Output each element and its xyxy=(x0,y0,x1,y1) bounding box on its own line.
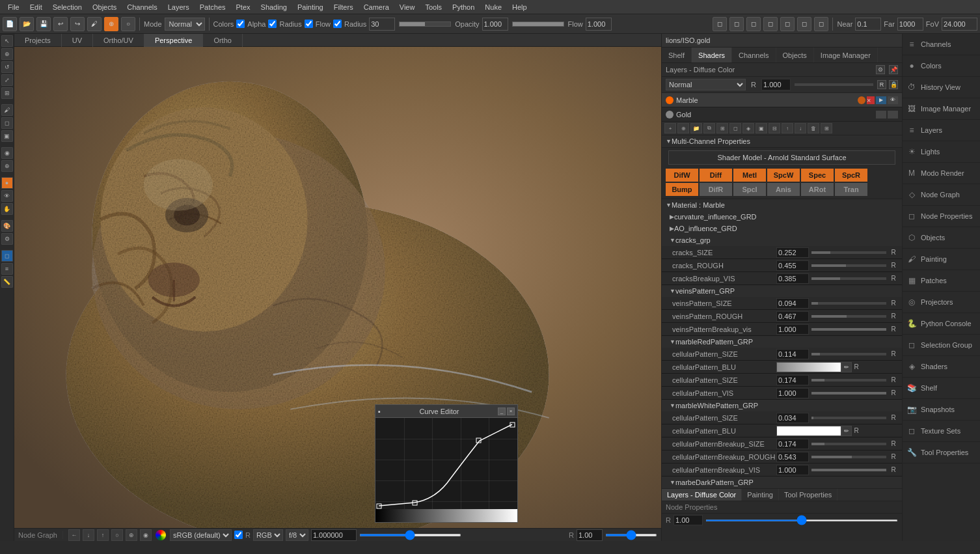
menu-view[interactable]: View xyxy=(394,2,420,12)
channel-bump[interactable]: Bump xyxy=(666,183,698,196)
ng-arrow-left[interactable]: ← xyxy=(68,529,80,541)
gold-icon1[interactable] xyxy=(876,111,886,118)
toolbar-circle[interactable]: ○ xyxy=(121,17,135,31)
ng-arrow-up[interactable]: ↑ xyxy=(97,529,109,541)
menu-help[interactable]: Help xyxy=(507,2,532,12)
ng-crosshair[interactable]: ⊕ xyxy=(126,529,137,541)
fr-node-props[interactable]: ◻ Node Properties xyxy=(903,206,980,227)
zoom-input[interactable] xyxy=(311,529,357,541)
tab-ortho-uv[interactable]: Ortho/UV xyxy=(93,34,144,47)
layer-gold[interactable]: Gold xyxy=(662,107,902,122)
menu-shading[interactable]: Shading xyxy=(256,2,292,12)
alpha-check[interactable] xyxy=(236,20,245,28)
fov-input[interactable] xyxy=(942,18,977,31)
node-r-input[interactable] xyxy=(674,515,703,525)
menu-layers[interactable]: Layers xyxy=(163,2,195,12)
cracks-size-slider[interactable] xyxy=(811,251,886,254)
toolbar-render4[interactable]: ◻ xyxy=(763,17,778,31)
fr-selection-group[interactable]: ◻ Selection Group xyxy=(903,335,980,356)
menu-channels[interactable]: Channels xyxy=(122,2,162,12)
lt-adjust[interactable]: ▣ xyxy=(755,123,767,133)
r-val-input[interactable] xyxy=(577,529,603,541)
blend-mode-select[interactable]: Normal xyxy=(666,79,746,90)
tool-active-paint[interactable]: ● xyxy=(1,177,13,189)
tool-view[interactable]: 👁 xyxy=(1,190,13,202)
radius-input[interactable] xyxy=(369,18,395,31)
r-btn[interactable]: R xyxy=(877,80,886,89)
curvature-header[interactable]: ▶ curvature_influence_GRD xyxy=(662,211,902,223)
mwht-size1-input[interactable] xyxy=(776,413,809,423)
marble-dark-header[interactable]: ▼ marbeDarkPattern_GRP xyxy=(662,477,902,488)
toolbar-save[interactable]: 💾 xyxy=(36,17,51,31)
cracks-size-input[interactable] xyxy=(776,247,809,258)
veins-breakup-slider[interactable] xyxy=(811,328,886,331)
tool-settings[interactable]: ⚙ xyxy=(1,233,13,245)
far-input[interactable] xyxy=(897,18,923,31)
lt-filter[interactable]: ⊟ xyxy=(769,123,780,133)
ng-arrow-down[interactable]: ↓ xyxy=(83,529,94,541)
menu-selection[interactable]: Selection xyxy=(48,2,87,12)
flow-check[interactable] xyxy=(305,20,313,28)
toolbar-redo[interactable]: ↪ xyxy=(70,17,85,31)
fr-snapshots[interactable]: 📷 Snapshots xyxy=(903,399,980,421)
lock-btn[interactable]: 🔒 xyxy=(889,80,898,89)
marble-white-header[interactable]: ▼ marbleWhitePattern_GRP xyxy=(662,400,902,411)
menu-filters[interactable]: Filters xyxy=(329,2,359,12)
channel-metl[interactable]: Metl xyxy=(733,169,766,182)
fr-image-manager[interactable]: 🖼 Image Manager xyxy=(903,98,980,120)
channel-spcr[interactable]: SpcR xyxy=(835,169,867,182)
mwht-bkp-rough-input[interactable] xyxy=(776,452,809,462)
ng-circle[interactable]: ○ xyxy=(111,529,123,541)
toolbar-render2[interactable]: ◻ xyxy=(729,17,744,31)
fr-python[interactable]: 🐍 Python Console xyxy=(903,313,980,335)
ng-target[interactable]: ◉ xyxy=(140,529,152,541)
fr-shaders[interactable]: ◈ Shaders xyxy=(903,356,980,378)
fr-lights[interactable]: ☀ Lights xyxy=(903,141,980,163)
mwht-bkp-size-input[interactable] xyxy=(776,439,809,449)
toolbar-render1[interactable]: ◻ xyxy=(713,17,727,31)
tool-select[interactable]: ↖ xyxy=(1,35,13,47)
mred-vis-slider[interactable] xyxy=(811,392,886,395)
menu-python[interactable]: Python xyxy=(447,2,480,12)
r-val-slider[interactable] xyxy=(605,534,657,536)
radius2-check[interactable] xyxy=(333,20,342,28)
marble-red-header[interactable]: ▼ marbleRedPattern_GRP xyxy=(662,336,902,348)
rp-tab-tool-props[interactable]: Tool Properties xyxy=(779,489,837,501)
veins-size-input[interactable] xyxy=(776,298,809,309)
gold-icon2[interactable] xyxy=(888,111,898,118)
tool-pan[interactable]: ✋ xyxy=(1,203,13,215)
fr-layers[interactable]: ≡ Layers xyxy=(903,120,980,141)
toolbar-render6[interactable]: ◻ xyxy=(797,17,811,31)
channel-arot[interactable]: ARot xyxy=(801,183,834,196)
tab-image-manager[interactable]: Image Manager xyxy=(814,48,878,62)
veins-rough-slider[interactable] xyxy=(811,315,886,318)
mode-select[interactable]: Normal xyxy=(165,18,205,31)
menu-camera[interactable]: Camera xyxy=(359,2,394,12)
tool-eraser[interactable]: ◻ xyxy=(1,117,13,129)
toolbar-undo[interactable]: ↩ xyxy=(53,17,68,31)
mred-size2-slider[interactable] xyxy=(811,379,886,381)
tool-align[interactable]: ≡ xyxy=(1,263,13,275)
lt-down[interactable]: ↓ xyxy=(795,123,806,133)
marble-delete[interactable]: × xyxy=(867,96,875,104)
fr-modo-render[interactable]: M Modo Render xyxy=(903,163,980,184)
lt-merge[interactable]: ⊞ xyxy=(716,123,728,133)
tool-move[interactable]: ⊕ xyxy=(1,48,13,60)
cracks-header[interactable]: ▼ cracks_grp xyxy=(662,234,902,246)
channel-difr[interactable]: DifR xyxy=(700,183,732,196)
menu-objects[interactable]: Objects xyxy=(87,2,122,12)
layers-settings[interactable]: ⚙ xyxy=(876,65,885,74)
veins-header[interactable]: ▼ veinsPattern_GRP xyxy=(662,285,902,297)
menu-painting[interactable]: Painting xyxy=(292,2,329,12)
marble-vis[interactable]: 👁 xyxy=(888,96,898,104)
toolbar-open[interactable]: 📂 xyxy=(20,17,34,31)
fr-patches[interactable]: ▦ Patches xyxy=(903,270,980,292)
mwht-bkp-vis-input[interactable] xyxy=(776,465,809,475)
lt-add2[interactable]: ⊕ xyxy=(677,123,689,133)
tab-objects[interactable]: Objects xyxy=(776,48,814,62)
material-header[interactable]: ▼ Material : Marble xyxy=(662,199,902,211)
tool-transform[interactable]: ⊞ xyxy=(1,87,13,99)
tab-channels[interactable]: Channels xyxy=(732,48,776,62)
toolbar-new[interactable]: 📄 xyxy=(3,17,17,31)
toolbar-render7[interactable]: ◻ xyxy=(814,17,828,31)
